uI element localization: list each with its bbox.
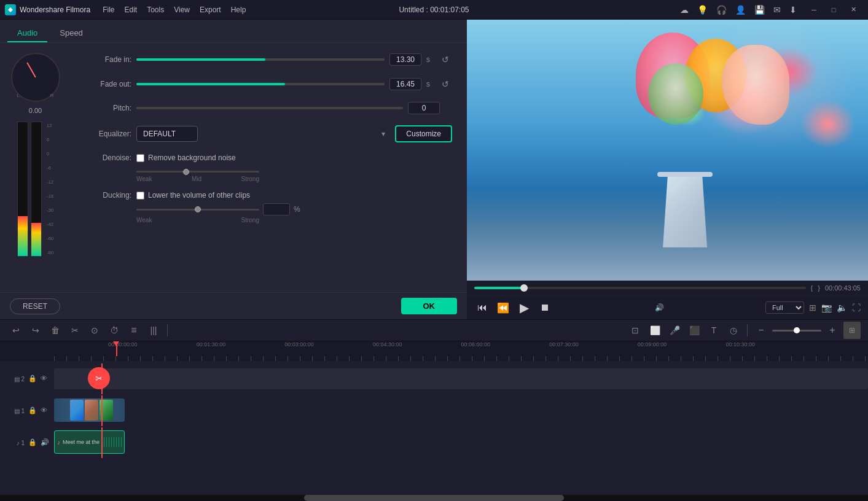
timeline-fit-button[interactable]: ⊞ [843, 322, 861, 339]
ducking-value-row: 50 % [136, 203, 452, 216]
main-content: Audio Speed L R 0.00 [0, 20, 868, 319]
equalizer-select[interactable]: DEFAULT ACOUSTIC BASS BOOST CLASSICAL CU… [136, 126, 198, 142]
mail-icon[interactable]: ✉ [773, 5, 781, 15]
customize-button[interactable]: Customize [395, 125, 452, 142]
ducking-value-input[interactable]: 50 [263, 203, 290, 216]
video-clip[interactable] [54, 398, 125, 422]
pitch-value[interactable]: 0 [408, 102, 440, 114]
denoise-slider[interactable] [136, 171, 259, 173]
timeline-scrollbar[interactable] [0, 495, 868, 501]
clip-thumb-2 [70, 400, 84, 421]
fade-out-reset[interactable]: ↺ [439, 77, 452, 91]
clip-thumb-1 [55, 400, 69, 421]
dial-value: 0.00 [29, 107, 42, 114]
track-button[interactable]: ⬛ [686, 322, 703, 339]
fade-out-row: Fade out: 16.45 s ↺ [85, 77, 452, 91]
fade-in-label: Fade in: [85, 55, 131, 64]
menu-bar: File Edit Tools View Export Help [103, 6, 680, 14]
menu-export[interactable]: Export [200, 6, 221, 14]
menu-tools[interactable]: Tools [147, 6, 164, 14]
ducking-slider[interactable] [136, 209, 259, 211]
timer-button[interactable]: ⏱ [106, 322, 123, 339]
denoise-checkbox[interactable] [136, 154, 144, 162]
maximize-button[interactable]: □ [824, 3, 843, 17]
tab-audio[interactable]: Audio [7, 25, 47, 42]
progress-track[interactable] [474, 287, 806, 289]
lock-icon-v1[interactable]: 🔒 [28, 406, 37, 415]
eye-icon-v1[interactable]: 👁 [41, 406, 49, 415]
menu-help[interactable]: Help [231, 6, 246, 14]
pitch-row: Pitch: 0 [85, 102, 452, 114]
scissors-overlay: ✂ [88, 367, 110, 389]
audio-button[interactable]: ||| [145, 322, 162, 339]
adjust-button[interactable]: ≡ [125, 322, 143, 339]
fade-in-unit: s [426, 55, 434, 64]
ducking-slider-area: 50 % Weak Strong [136, 203, 452, 223]
screenshot-icon[interactable]: 📷 [821, 303, 832, 313]
ok-button[interactable]: OK [401, 298, 458, 314]
fade-in-value[interactable]: 13.30 [389, 53, 421, 66]
vu-meter: L R 0.00 1260-6-12-18-30-42-60-80 [0, 43, 71, 292]
bulb-icon[interactable]: 💡 [697, 5, 708, 15]
snap-button[interactable]: ⊡ [627, 322, 644, 339]
volume-icon-a1[interactable]: 🔊 [41, 438, 49, 447]
zoom-in-button[interactable]: + [824, 322, 841, 339]
progress-bar-area: { } 00:00:43:05 [467, 281, 868, 295]
download-icon[interactable]: ⬇ [789, 5, 797, 15]
denoise-label: Denoise: [85, 153, 131, 162]
ducking-checkbox-label[interactable]: Lower the volume of other clips [136, 191, 250, 200]
track-content-a1: ♪ Meet me at the [54, 427, 868, 458]
zoom-slider[interactable] [772, 330, 821, 332]
time-marker-6: 00:09:00:00 [638, 341, 667, 348]
equalizer-select-wrap: DEFAULT ACOUSTIC BASS BOOST CLASSICAL CU… [136, 126, 390, 142]
lock-icon-v2[interactable]: 🔒 [28, 375, 37, 383]
fade-in-reset[interactable]: ↺ [439, 53, 452, 66]
speaker-icon[interactable]: 🔈 [837, 303, 847, 313]
zoom-out-button[interactable]: − [753, 322, 770, 339]
audio-waveform [102, 437, 122, 447]
frame-back-button[interactable]: ⏪ [495, 300, 511, 316]
denoise-checkbox-label[interactable]: Remove background noise [136, 153, 236, 162]
step-back-button[interactable]: ⏮ [474, 300, 490, 316]
reset-button[interactable]: RESET [10, 298, 60, 314]
play-button[interactable]: ▶ [516, 300, 532, 316]
title-button[interactable]: T [705, 322, 722, 339]
save-icon[interactable]: 💾 [754, 5, 765, 15]
title-bar: Wondershare Filmora File Edit Tools View… [0, 0, 868, 20]
fit-screen-icon[interactable]: ⊞ [809, 303, 816, 313]
scrollbar-thumb[interactable] [304, 495, 565, 501]
meter-labels: 1260-6-12-18-30-42-60-80 [47, 122, 54, 257]
undo-button[interactable]: ↩ [7, 322, 25, 339]
delete-button[interactable]: 🗑 [47, 322, 64, 339]
time-marker-1: 00:01:30:00 [197, 341, 226, 348]
denoise-section: Denoise: Remove background noise Weak Mi… [85, 153, 452, 182]
tab-speed[interactable]: Speed [50, 25, 93, 42]
ducking-label: Ducking: [85, 191, 131, 200]
ducking-range-labels: Weak Strong [136, 217, 259, 223]
lock-icon-a1[interactable]: 🔒 [28, 438, 37, 447]
close-button[interactable]: ✕ [843, 3, 863, 17]
history-button[interactable]: ◷ [725, 322, 742, 339]
redo-button[interactable]: ↪ [27, 322, 44, 339]
fullscreen-icon[interactable]: ⛶ [852, 303, 861, 313]
volume-icon[interactable]: 🔊 [655, 303, 664, 312]
eye-icon-v2[interactable]: 👁 [41, 375, 49, 383]
menu-edit[interactable]: Edit [125, 6, 138, 14]
zoom-select[interactable]: Full 50% 25% 150% [765, 301, 804, 314]
menu-view[interactable]: View [174, 6, 190, 14]
fade-out-value[interactable]: 16.45 [389, 78, 421, 90]
mic-button[interactable]: 🎤 [666, 322, 683, 339]
menu-file[interactable]: File [103, 6, 114, 14]
person-icon[interactable]: 👤 [735, 5, 746, 15]
progress-row: { } 00:00:43:05 [474, 284, 861, 292]
minimize-button[interactable]: ─ [804, 3, 824, 17]
cut-button[interactable]: ✂ [66, 322, 84, 339]
headphone-icon[interactable]: 🎧 [716, 5, 727, 15]
crop-button[interactable]: ⊙ [86, 322, 103, 339]
stop-button[interactable]: ⏹ [537, 300, 553, 316]
ducking-checkbox[interactable] [136, 192, 144, 200]
audio-clip[interactable]: ♪ Meet me at the [54, 430, 125, 454]
right-panel: { } 00:00:43:05 ⏮ ⏪ ▶ ⏹ 🔊 Full 50% 25% 1… [467, 20, 868, 319]
mask-button[interactable]: ⬜ [646, 322, 663, 339]
cloud-icon[interactable]: ☁ [680, 5, 689, 15]
